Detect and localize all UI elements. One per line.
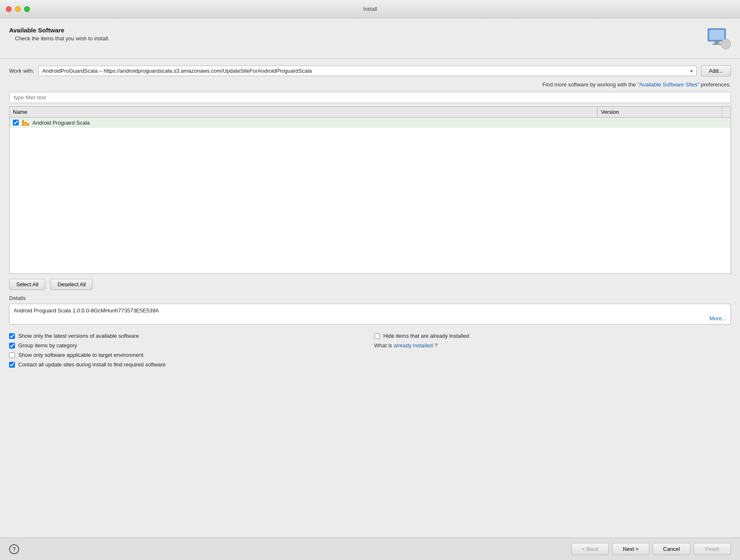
options-left: Show only the latest versions of availab… — [9, 333, 366, 368]
select-buttons-row: Select All Deselect All — [0, 274, 740, 295]
software-table: Name Version Android Proguard Scala — [9, 106, 731, 274]
cancel-button[interactable]: Cancel — [653, 543, 690, 555]
show-latest-option: Show only the latest versions of availab… — [9, 333, 366, 339]
contact-sites-checkbox[interactable] — [9, 362, 15, 368]
table-header-version: Version — [598, 107, 722, 117]
work-with-label: Work with: — [9, 68, 34, 74]
table-header-name: Name — [10, 107, 598, 117]
bottom-bar: ? < Back Next > Cancel Finish — [0, 538, 740, 560]
already-installed-suffix: ? — [434, 342, 437, 349]
header-title: Available Software — [9, 27, 110, 34]
install-icon — [706, 27, 731, 52]
filter-input[interactable] — [9, 92, 731, 103]
group-category-label: Group items by category — [18, 342, 77, 349]
back-button[interactable]: < Back — [571, 543, 609, 555]
show-applicable-option: Show only software applicable to target … — [9, 352, 366, 358]
svg-rect-1 — [709, 30, 724, 40]
minimize-button[interactable] — [15, 6, 21, 12]
row-checkbox[interactable] — [13, 120, 19, 125]
options-section: Show only the latest versions of availab… — [0, 329, 740, 371]
hide-installed-checkbox[interactable] — [374, 333, 380, 339]
show-latest-checkbox[interactable] — [9, 333, 15, 339]
window-title: Install — [363, 6, 377, 12]
already-installed-row: What is already installed? — [374, 342, 731, 349]
nav-buttons: < Back Next > Cancel Finish — [571, 543, 731, 555]
svg-point-6 — [725, 44, 727, 45]
contact-sites-option: Contact all update sites during install … — [9, 361, 366, 368]
help-button[interactable]: ? — [9, 544, 19, 554]
options-right: Hide items that are already installed Wh… — [374, 333, 731, 368]
table-header: Name Version — [10, 107, 730, 118]
spacer — [0, 371, 740, 538]
table-header-extra — [722, 107, 730, 117]
svg-rect-3 — [712, 44, 721, 45]
hide-installed-option: Hide items that are already installed — [374, 333, 731, 339]
software-sites-prefix: Find more software by working with the — [542, 81, 637, 88]
title-bar: Install — [0, 0, 740, 18]
row-name: Android Proguard Scala — [32, 120, 90, 126]
more-link[interactable]: More... — [710, 315, 726, 322]
table-row: Android Proguard Scala — [10, 118, 730, 128]
filter-row — [0, 92, 740, 103]
group-category-option: Group items by category — [9, 342, 366, 349]
close-button[interactable] — [6, 6, 12, 12]
header-section: Available Software Check the items that … — [0, 18, 740, 59]
software-sites-suffix: preferences. — [699, 81, 731, 88]
already-installed-link[interactable]: already installed — [394, 342, 433, 349]
group-category-checkbox[interactable] — [9, 343, 15, 349]
work-with-row: Work with: AndroidProGuardScala – https:… — [0, 59, 740, 80]
computer-icon-svg — [706, 27, 731, 52]
work-with-select-wrapper: AndroidProGuardScala – https://androidpr… — [38, 66, 697, 76]
show-latest-label: Show only the latest versions of availab… — [18, 333, 139, 339]
details-section: Details Android Proguard Scala 1.0.0.0-8… — [9, 295, 731, 324]
details-label: Details — [9, 295, 731, 301]
svg-rect-2 — [714, 41, 719, 44]
software-sites-row: Find more software by working with the "… — [0, 80, 740, 92]
add-button[interactable]: Add... — [701, 65, 731, 76]
header-subtitle: Check the items that you wish to install… — [15, 35, 110, 42]
window-controls — [6, 6, 30, 12]
deselect-all-button[interactable]: Deselect All — [50, 279, 93, 290]
table-body: Android Proguard Scala — [10, 118, 730, 201]
header-text: Available Software Check the items that … — [9, 27, 110, 42]
software-sites-link[interactable]: "Available Software Sites" — [637, 81, 699, 88]
next-button[interactable]: Next > — [612, 543, 649, 555]
show-applicable-checkbox[interactable] — [9, 352, 15, 358]
details-content: Android Proguard Scala 1.0.0.0-8GcMHunh7… — [14, 307, 159, 314]
contact-sites-label: Contact all update sites during install … — [18, 361, 166, 368]
main-content: Available Software Check the items that … — [0, 18, 740, 560]
work-with-select[interactable]: AndroidProGuardScala – https://androidpr… — [38, 66, 697, 76]
already-installed-prefix: What is — [374, 342, 392, 349]
hide-installed-label: Hide items that are already installed — [383, 333, 469, 339]
plugin-icon — [22, 119, 29, 126]
finish-button[interactable]: Finish — [693, 543, 731, 555]
show-applicable-label: Show only software applicable to target … — [18, 352, 143, 358]
maximize-button[interactable] — [24, 6, 30, 12]
details-box: Android Proguard Scala 1.0.0.0-8GcMHunh7… — [9, 304, 731, 324]
select-all-button[interactable]: Select All — [9, 279, 45, 290]
